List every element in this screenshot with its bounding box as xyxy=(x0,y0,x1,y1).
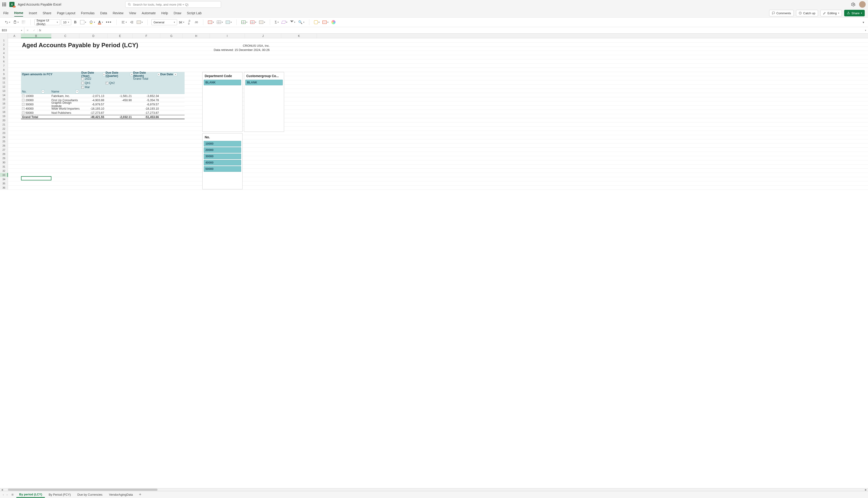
col-header-j[interactable]: J xyxy=(245,34,281,38)
pivot-month-filter-icon[interactable]: ▾ xyxy=(157,73,160,76)
col-header-i[interactable]: I xyxy=(210,34,245,38)
expand-icon[interactable]: + xyxy=(81,86,84,89)
row-header[interactable]: 1 xyxy=(0,38,8,42)
tab-file[interactable]: File xyxy=(3,10,9,16)
row-header[interactable]: 21 xyxy=(0,122,8,127)
cancel-formula-button[interactable]: ✕ xyxy=(24,29,31,32)
h-align-button[interactable] xyxy=(120,19,128,25)
collapse-icon[interactable]: − xyxy=(81,82,84,84)
font-color-button[interactable]: A xyxy=(97,19,104,25)
fill-color-button[interactable] xyxy=(88,19,96,25)
tab-insert[interactable]: Insert xyxy=(29,10,37,16)
ribbon-overflow-button[interactable]: ▾ xyxy=(861,19,866,26)
scroll-left-icon[interactable]: ◀ xyxy=(0,488,4,491)
comments-button[interactable]: Comments xyxy=(769,10,794,16)
pivot-name-filter-icon[interactable]: ▾ xyxy=(76,90,79,93)
find-button[interactable]: 🔍 xyxy=(297,19,305,25)
slicer-item[interactable]: 50000 xyxy=(204,166,241,172)
slicer-no[interactable]: No. 10000 20000 30000 40000 50000 xyxy=(202,133,242,189)
row-header[interactable]: 20 xyxy=(0,118,8,122)
collapse-icon[interactable]: − xyxy=(22,95,25,97)
row-header[interactable]: 30 xyxy=(0,160,8,164)
row-header[interactable]: 2 xyxy=(0,42,8,47)
row-header[interactable]: 28 xyxy=(0,152,8,156)
collapse-icon[interactable]: − xyxy=(81,78,84,80)
tab-automate[interactable]: Automate xyxy=(142,10,156,16)
col-header-a[interactable]: A xyxy=(8,34,21,38)
borders-button[interactable] xyxy=(79,19,87,25)
row-header[interactable]: 12 xyxy=(0,84,8,89)
slicer-item[interactable]: 40000 xyxy=(204,160,241,166)
copilot-button[interactable] xyxy=(330,19,336,25)
tab-help[interactable]: Help xyxy=(161,10,168,16)
catch-up-button[interactable]: Catch up xyxy=(796,10,818,16)
row-header[interactable]: 7 xyxy=(0,64,8,67)
tab-page-layout[interactable]: Page Layout xyxy=(57,10,76,16)
tab-draw[interactable]: Draw xyxy=(174,10,181,16)
cell-styles-button[interactable] xyxy=(225,19,233,25)
row-header[interactable]: 29 xyxy=(0,156,8,160)
clear-button[interactable] xyxy=(281,19,288,25)
format-cells-button[interactable] xyxy=(258,19,266,25)
bold-button[interactable]: B xyxy=(72,19,78,25)
name-box[interactable]: B33 ▾ xyxy=(0,27,24,34)
col-header-k[interactable]: K xyxy=(281,34,317,38)
slicer-department[interactable]: Department Code BLANK xyxy=(202,72,242,132)
row-header[interactable]: 23 xyxy=(0,131,8,135)
editing-mode-button[interactable]: Editing ▾ xyxy=(820,10,842,16)
scrollbar-thumb[interactable] xyxy=(8,489,158,491)
row-header[interactable]: 15 xyxy=(0,97,8,101)
expand-formula-bar-button[interactable]: ▾ xyxy=(863,29,868,31)
row-header[interactable]: 3 xyxy=(0,47,8,51)
pivot-due-filter-icon[interactable]: ▾ xyxy=(174,73,177,76)
row-header[interactable]: 34 xyxy=(0,177,8,181)
decrease-decimal-button[interactable]: .00 xyxy=(193,19,199,25)
expand-icon[interactable]: + xyxy=(106,82,108,84)
col-header-c[interactable]: C xyxy=(51,34,79,38)
format-painter-button[interactable] xyxy=(21,19,27,25)
sheet-prev-button[interactable]: ‹ xyxy=(2,493,5,496)
row-header[interactable]: 18 xyxy=(0,110,8,114)
tab-share[interactable]: Share xyxy=(42,10,51,16)
pivot-year-filter-icon[interactable]: ▾ xyxy=(103,73,106,76)
col-header-e[interactable]: E xyxy=(107,34,133,38)
tab-script-lab[interactable]: Script Lab xyxy=(187,10,202,16)
tab-review[interactable]: Review xyxy=(112,10,123,16)
slicer-item[interactable]: 20000 xyxy=(204,147,241,153)
tab-formulas[interactable]: Formulas xyxy=(81,10,94,16)
autosum-button[interactable]: Σ xyxy=(274,19,280,25)
pivot-row[interactable]: −10000 Fabrikam, Inc. -2,071.13 -1,581.2… xyxy=(21,94,185,98)
pivot-row[interactable]: −30000 Graphic Design Institute -6,979.5… xyxy=(21,102,185,107)
sheet-next-button[interactable]: › xyxy=(5,493,9,496)
row-header[interactable]: 24 xyxy=(0,135,8,139)
row-header[interactable]: 26 xyxy=(0,144,8,147)
font-select[interactable]: Segoe UI (Body) ▾ xyxy=(34,19,60,25)
row-header[interactable]: 33 xyxy=(0,173,8,177)
all-sheets-button[interactable]: ≡ xyxy=(10,493,15,497)
slicer-item[interactable]: 30000 xyxy=(204,154,241,159)
row-header[interactable]: 14 xyxy=(0,93,8,97)
addins-button[interactable] xyxy=(321,19,330,25)
tab-view[interactable]: View xyxy=(129,10,136,16)
currency-button[interactable]: $€ xyxy=(178,19,185,25)
more-font-button[interactable]: ••• xyxy=(105,19,112,25)
pivot-table[interactable]: Open amounts in FCY Due Date (Year) ▾ Du… xyxy=(21,72,185,119)
pivot-row[interactable]: −50000 Nod Publishers -17,273.87 -17,273… xyxy=(21,111,185,115)
horizontal-scrollbar[interactable]: ◀ ▶ xyxy=(0,488,868,491)
row-header[interactable]: 27 xyxy=(0,148,8,152)
row-header[interactable]: 9 xyxy=(0,72,8,76)
conditional-format-button[interactable] xyxy=(207,19,215,25)
formula-input[interactable] xyxy=(42,27,863,34)
row-header[interactable]: 36 xyxy=(0,185,8,189)
sheet-tab[interactable]: By Period (FCY) xyxy=(46,492,74,497)
tab-home[interactable]: Home xyxy=(14,10,23,17)
row-header[interactable]: 35 xyxy=(0,181,8,185)
pivot-quarter-filter-icon[interactable]: ▾ xyxy=(130,73,133,76)
collapse-icon[interactable]: − xyxy=(22,107,25,110)
sensitivity-button[interactable] xyxy=(313,19,321,25)
row-header[interactable]: 19 xyxy=(0,114,8,118)
row-header[interactable]: 25 xyxy=(0,139,8,143)
col-header-h[interactable]: H xyxy=(183,34,210,38)
row-header[interactable]: 22 xyxy=(0,127,8,131)
enter-formula-button[interactable]: ✓ xyxy=(31,29,37,32)
